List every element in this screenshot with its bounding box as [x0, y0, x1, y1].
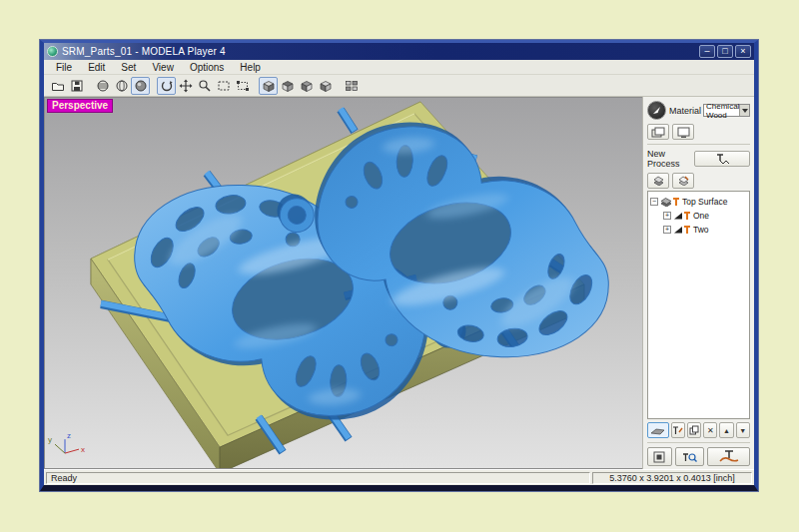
menu-options[interactable]: Options [182, 62, 232, 73]
new-process-button[interactable] [694, 151, 750, 167]
move-up-icon: ▲ [723, 427, 730, 434]
wireframe-view-button[interactable] [93, 77, 112, 95]
window-layout-button[interactable] [342, 77, 361, 95]
iso-view-cube-icon [262, 79, 276, 93]
material-select[interactable]: Chemical Wood [703, 104, 750, 117]
fit-view-icon [217, 79, 231, 93]
axis-indicator: z x y [48, 431, 85, 454]
delete-icon: ✕ [707, 426, 714, 435]
status-message: Ready [46, 472, 590, 484]
fit-view-button[interactable] [214, 77, 233, 95]
wedge-icon [673, 225, 683, 235]
expand-icon[interactable]: + [663, 226, 671, 234]
3d-viewport[interactable]: Perspective [44, 97, 642, 469]
menu-help[interactable]: Help [232, 62, 269, 73]
hidden-line-view-button[interactable] [112, 77, 131, 95]
zoom-view-button[interactable] [195, 77, 214, 95]
new-process-label: New Process [647, 149, 694, 169]
process-list-tab-icon [652, 176, 665, 186]
save-button[interactable] [67, 77, 86, 95]
preview-screen-button[interactable] [672, 124, 694, 140]
menu-edit[interactable]: Edit [80, 62, 113, 73]
cutter-icon [650, 426, 666, 435]
expand-icon[interactable]: + [663, 212, 671, 220]
minimize-button[interactable]: – [699, 45, 715, 58]
process-edit-tab-icon [677, 176, 690, 186]
axis-y-label: y [48, 435, 52, 444]
restore-button[interactable]: □ [717, 45, 733, 58]
front-view-cube-button[interactable] [297, 77, 316, 95]
toolpath-icon [713, 153, 731, 165]
layout-button[interactable] [647, 124, 669, 140]
app-window: SRM_Parts_01 - MODELA Player 4 – □ × Fil… [40, 40, 758, 491]
open-file-icon [51, 79, 65, 93]
process-tree[interactable]: − Top Surface + One + Two [647, 191, 750, 419]
delete-button[interactable]: ✕ [703, 422, 717, 438]
copy-button[interactable] [687, 422, 701, 438]
side-view-cube-icon [319, 79, 333, 93]
hidden-line-view-icon [115, 79, 129, 93]
tree-label: Two [693, 225, 709, 235]
projection-label: Perspective [47, 99, 113, 113]
start-cutting-button[interactable] [707, 447, 750, 466]
tool-icon [683, 225, 691, 235]
stop-icon [653, 451, 665, 463]
axis-x-label: x [81, 445, 85, 454]
process-list-tab[interactable] [647, 173, 669, 189]
side-view-cube-button[interactable] [316, 77, 335, 95]
close-button[interactable]: × [735, 45, 751, 58]
tree-label: One [693, 211, 709, 221]
model-scene: z x y [45, 98, 642, 468]
zoom-box-icon [236, 79, 250, 93]
model-dimensions: 5.3760 x 3.9201 x 0.4013 [inch] [592, 472, 752, 484]
move-down-icon: ▼ [739, 427, 746, 434]
surface-icon [660, 197, 672, 207]
zoom-view-icon [198, 79, 212, 93]
start-cutting-icon [718, 450, 740, 463]
move-up-button[interactable]: ▲ [719, 422, 733, 438]
toolbar [44, 75, 754, 97]
shaded-view-button[interactable] [131, 77, 150, 95]
collapse-icon[interactable]: − [650, 198, 658, 206]
menu-set[interactable]: Set [113, 62, 144, 73]
axis-z-label: z [67, 431, 71, 440]
preview-cut-button[interactable] [675, 447, 704, 466]
tree-item-top-surface[interactable]: − Top Surface [650, 195, 747, 209]
zoom-box-button[interactable] [233, 77, 252, 95]
process-edit-tab[interactable] [672, 173, 694, 189]
preview-screen-icon [677, 127, 690, 138]
material-label: Material [669, 106, 701, 116]
menu-view[interactable]: View [144, 62, 182, 73]
move-down-button[interactable]: ▼ [736, 422, 750, 438]
pan-view-icon [179, 79, 193, 93]
tree-item-two[interactable]: + Two [650, 223, 747, 237]
process-panel: Material Chemical Wood New Process [642, 97, 754, 469]
status-bar: Ready 5.3760 x 3.9201 x 0.4013 [inch] [44, 469, 754, 485]
preview-cut-icon [681, 451, 697, 463]
copy-icon [689, 425, 699, 435]
top-view-cube-button[interactable] [278, 77, 297, 95]
edit-tool-icon [672, 425, 683, 435]
layout-icon [651, 127, 665, 138]
window-title: SRM_Parts_01 - MODELA Player 4 [62, 46, 697, 57]
stop-button[interactable] [647, 447, 672, 466]
front-view-cube-icon [300, 79, 314, 93]
tree-item-one[interactable]: + One [650, 209, 747, 223]
app-icon [47, 46, 58, 57]
wireframe-view-icon [96, 79, 110, 93]
rotate-view-icon [160, 79, 174, 93]
open-file-button[interactable] [48, 77, 67, 95]
save-icon [70, 79, 84, 93]
menu-bar: File Edit Set View Options Help [44, 60, 754, 75]
model-button[interactable] [647, 101, 666, 120]
shaded-view-icon [134, 79, 148, 93]
title-bar[interactable]: SRM_Parts_01 - MODELA Player 4 – □ × [44, 43, 754, 60]
cutter-button[interactable] [647, 422, 669, 438]
model-compass-icon [651, 105, 662, 116]
edit-tool-button[interactable] [671, 422, 685, 438]
rotate-view-button[interactable] [157, 77, 176, 95]
iso-view-cube-button[interactable] [259, 77, 278, 95]
window-layout-icon [345, 79, 359, 93]
menu-file[interactable]: File [48, 62, 80, 73]
pan-view-button[interactable] [176, 77, 195, 95]
